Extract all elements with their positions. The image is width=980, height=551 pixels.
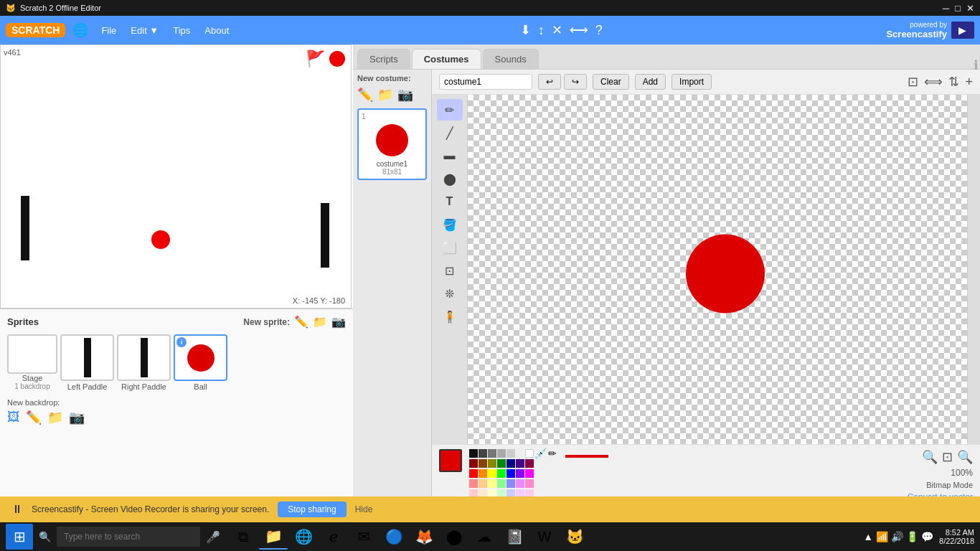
tips-menu[interactable]: Tips: [166, 22, 197, 39]
redo-btn[interactable]: ↪: [564, 74, 587, 90]
globe-icon[interactable]: 🌐: [72, 22, 88, 38]
color-swatch[interactable]: [516, 449, 524, 458]
word-btn[interactable]: W: [530, 524, 559, 550]
color-swatch[interactable]: [469, 459, 478, 468]
color-swatch[interactable]: [469, 449, 478, 458]
color-swatch[interactable]: [469, 469, 478, 478]
color-swatch[interactable]: [516, 459, 524, 468]
color-swatch[interactable]: [479, 479, 487, 488]
color-swatch[interactable]: [488, 449, 496, 458]
minimize-btn[interactable]: ─: [943, 3, 949, 14]
outlook-btn[interactable]: ✉: [349, 524, 378, 550]
file-menu[interactable]: File: [94, 22, 123, 39]
maximize-btn[interactable]: □: [955, 3, 961, 14]
color-swatch[interactable]: [516, 479, 524, 488]
rect-tool-btn[interactable]: ▬: [437, 145, 463, 166]
onedrive-btn[interactable]: ☁: [470, 524, 499, 550]
title-right[interactable]: ─ □ ✕: [943, 3, 974, 14]
flip-v-icon[interactable]: ⇅: [948, 74, 959, 90]
backdrop-paint2-icon[interactable]: ✏️: [26, 410, 42, 425]
color-swatch[interactable]: [488, 479, 496, 488]
select-tool-btn[interactable]: ⊡: [437, 260, 463, 281]
color-swatch[interactable]: [507, 469, 515, 478]
color-swatch[interactable]: [525, 459, 534, 468]
current-color-swatch[interactable]: [439, 449, 462, 472]
close-btn[interactable]: ✕: [966, 3, 974, 14]
new-sprite-from-file-icon[interactable]: 📁: [313, 315, 327, 329]
color-swatch[interactable]: [497, 469, 506, 478]
backdrop-camera-icon[interactable]: 📷: [69, 410, 85, 425]
zoom-fit-btn[interactable]: ⊡: [942, 449, 953, 465]
color-swatch[interactable]: [479, 469, 487, 478]
eyedropper2-icon[interactable]: ✏: [547, 449, 558, 458]
color-swatch[interactable]: [488, 459, 496, 468]
file-explorer-btn[interactable]: 📁: [259, 524, 288, 550]
fill-tool-btn[interactable]: 🪣: [437, 214, 463, 235]
zoom-in-btn[interactable]: 🔍: [957, 449, 973, 465]
firefox-btn[interactable]: 🦊: [410, 524, 438, 550]
paint-new-sprite-icon[interactable]: ✏️: [294, 315, 308, 329]
color-swatch[interactable]: [516, 469, 524, 478]
edit-menu[interactable]: Edit ▼: [123, 22, 166, 39]
ie-btn[interactable]: ℯ: [319, 524, 348, 550]
left-paddle-item[interactable]: Left Paddle: [60, 334, 114, 391]
ball-item[interactable]: i Ball: [174, 334, 227, 391]
right-info-btn[interactable]: ℹ: [974, 57, 979, 73]
stamp-tool-btn[interactable]: ❊: [437, 283, 463, 304]
color-swatch[interactable]: [497, 459, 506, 468]
paint-canvas[interactable]: [468, 95, 967, 444]
import-btn[interactable]: Import: [672, 74, 712, 90]
color-swatch[interactable]: [469, 479, 478, 488]
chevron-up-icon[interactable]: ▲: [863, 531, 873, 542]
taskview-btn[interactable]: ⧉: [229, 524, 258, 550]
about-menu[interactable]: About: [197, 22, 236, 39]
microphone-icon[interactable]: 🎤: [206, 530, 220, 544]
eraser-tool-btn[interactable]: ⬜: [437, 237, 463, 258]
onenote-btn[interactable]: 📓: [500, 524, 529, 550]
right-paddle-item[interactable]: Right Paddle: [117, 334, 171, 391]
circle-btn[interactable]: 🔵: [380, 524, 408, 550]
backdrop-paint-icon[interactable]: 🖼: [7, 410, 20, 425]
color-swatch[interactable]: [507, 449, 515, 458]
crop-icon[interactable]: ⊡: [908, 74, 918, 90]
resize-icon[interactable]: ↕: [538, 23, 545, 38]
green-flag-btn[interactable]: 🚩: [306, 50, 325, 68]
search-input[interactable]: [57, 527, 200, 547]
tab-sounds[interactable]: Sounds: [483, 49, 539, 69]
camera-sprite-icon[interactable]: 📷: [331, 315, 346, 329]
flip-icon[interactable]: ⟷: [570, 22, 588, 38]
line-tool-btn[interactable]: ╱: [437, 122, 463, 143]
volume-icon[interactable]: 🔊: [891, 531, 903, 542]
zoom-out-btn[interactable]: 🔍: [922, 449, 938, 465]
fullscreen-icon[interactable]: ✕: [552, 22, 562, 38]
hide-btn[interactable]: Hide: [355, 504, 373, 514]
costume-name-input[interactable]: [439, 74, 532, 90]
download-icon[interactable]: ⬇: [520, 22, 531, 38]
color-swatch[interactable]: [479, 459, 487, 468]
costume1-item[interactable]: 1 costume1 81x81: [357, 108, 427, 180]
color-swatch[interactable]: [497, 479, 506, 488]
pencil-tool-btn[interactable]: ✏: [437, 99, 463, 121]
color-swatch[interactable]: [497, 449, 506, 458]
color-swatch[interactable]: [488, 469, 496, 478]
grid-icon[interactable]: +: [965, 75, 973, 90]
battery-icon[interactable]: 🔋: [906, 531, 918, 542]
text-tool-btn[interactable]: T: [437, 191, 463, 212]
tab-costumes[interactable]: Costumes: [412, 49, 481, 69]
color-swatch[interactable]: [479, 449, 487, 458]
color-swatch[interactable]: [525, 479, 534, 488]
camera-costume-icon[interactable]: 📷: [397, 87, 413, 103]
undo-btn[interactable]: ↩: [538, 74, 561, 90]
color-swatch[interactable]: [507, 479, 515, 488]
flip-h-icon[interactable]: ⟺: [924, 74, 943, 90]
color-swatch[interactable]: [507, 459, 515, 468]
ellipse-tool-btn[interactable]: ⬤: [437, 168, 463, 189]
help-icon[interactable]: ?: [595, 23, 603, 38]
paint-costume-icon[interactable]: ✏️: [357, 87, 373, 103]
chrome-btn[interactable]: ⬤: [440, 524, 468, 550]
edge-btn[interactable]: 🌐: [289, 524, 318, 550]
stop-sharing-btn[interactable]: Stop sharing: [278, 501, 346, 517]
add-btn[interactable]: Add: [635, 74, 666, 90]
notification-icon[interactable]: 💬: [921, 531, 933, 542]
stop-btn[interactable]: [329, 51, 345, 67]
